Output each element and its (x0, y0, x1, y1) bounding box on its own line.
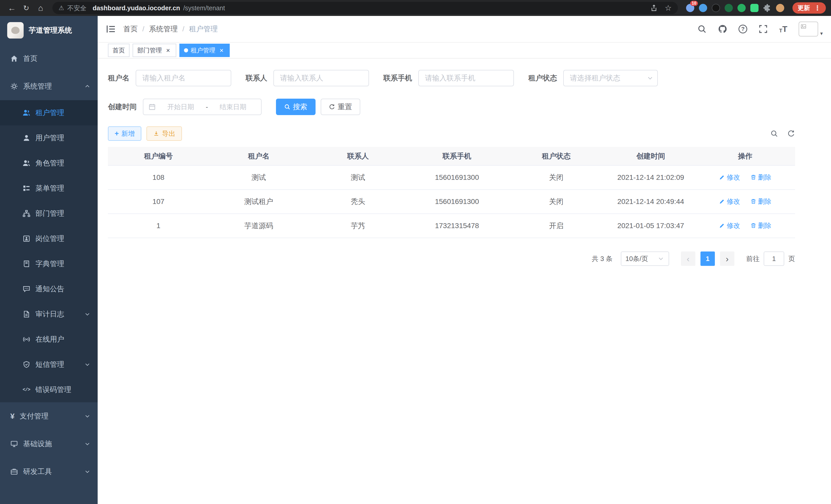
profile-avatar-icon[interactable] (776, 4, 784, 12)
security-label[interactable]: 不安全 (67, 4, 87, 12)
export-button[interactable]: 导出 (146, 126, 182, 141)
sidebar-item-audit-log[interactable]: 审计日志 (0, 302, 98, 327)
search-icon (284, 104, 290, 110)
cell-created: 2021-12-14 21:02:09 (606, 166, 695, 189)
extension-badge: 10 (690, 1, 698, 6)
tags-view: 首页 部门管理 × 租户管理 × (98, 42, 831, 59)
font-size-icon[interactable]: TT (779, 25, 787, 33)
address-bar[interactable]: ⚠ 不安全 dashboard.yudao.iocoder.cn /system… (52, 2, 678, 14)
tab-close-icon[interactable]: × (165, 47, 172, 54)
pencil-icon (719, 223, 725, 229)
table-tools (770, 130, 795, 138)
user-avatar-menu[interactable]: ▾ (799, 22, 823, 36)
sidebar-item-system[interactable]: 系统管理 (0, 72, 98, 100)
delete-button[interactable]: 删除 (750, 197, 771, 206)
edit-button[interactable]: 修改 (719, 173, 740, 182)
chat-dots-icon (23, 285, 30, 293)
edit-button[interactable]: 修改 (719, 221, 740, 230)
sidebar-item-dept[interactable]: 部门管理 (0, 201, 98, 226)
tab-tenant[interactable]: 租户管理 × (179, 44, 230, 57)
sidebar-item-role[interactable]: 角色管理 (0, 151, 98, 176)
sidebar-item-notice[interactable]: 通知公告 (0, 276, 98, 302)
sidebar-collapse-icon[interactable] (106, 24, 116, 34)
cell-phone: 17321315478 (407, 214, 507, 238)
col-created: 创建时间 (606, 147, 695, 166)
share-icon[interactable] (650, 4, 658, 11)
browser-update-button[interactable]: 更新 ⋮ (793, 2, 826, 13)
extension-icon-1[interactable]: 10 (686, 4, 694, 12)
tab-dept[interactable]: 部门管理 × (133, 44, 176, 57)
sidebar-item-sms[interactable]: 短信管理 (0, 352, 98, 377)
tab-close-icon[interactable]: × (218, 47, 225, 54)
edit-label: 修改 (727, 221, 740, 230)
sidebar-item-label: 系统管理 (23, 82, 52, 91)
fullscreen-icon[interactable] (758, 24, 768, 34)
sidebar-item-label: 支付管理 (20, 411, 49, 421)
create-time-range-picker[interactable]: 开始日期 - 结束日期 (143, 99, 262, 115)
next-page-button[interactable]: › (720, 251, 735, 266)
help-icon[interactable]: ? (739, 25, 747, 33)
extension-icon-4[interactable] (725, 4, 733, 12)
sidebar-item-payment[interactable]: ¥ 支付管理 (0, 402, 98, 430)
jump-prefix: 前往 (746, 254, 760, 263)
sidebar-item-dev-tools[interactable]: 研发工具 (0, 458, 98, 485)
sidebar-item-online-users[interactable]: 在线用户 (0, 327, 98, 352)
extension-icon-5[interactable] (738, 4, 746, 12)
tenant-status-select[interactable] (563, 70, 658, 86)
app-title: 芋道管理系统 (29, 25, 72, 35)
reset-button[interactable]: 重置 (321, 99, 360, 115)
sidebar-item-menu[interactable]: 菜单管理 (0, 176, 98, 201)
prev-page-button[interactable]: ‹ (681, 251, 695, 266)
extension-icon-6[interactable] (750, 4, 758, 12)
browser-back-button[interactable]: ← (5, 1, 19, 14)
cell-actions: 修改 删除 (695, 214, 795, 238)
sidebar-item-tenant[interactable]: 租户管理 (0, 100, 98, 125)
filter-row-2: 创建时间 开始日期 - 结束日期 搜索 重置 (108, 99, 795, 115)
search-button[interactable]: 搜索 (276, 99, 316, 115)
github-icon[interactable] (718, 24, 727, 34)
sidebar-item-infra[interactable]: 基础设施 (0, 430, 98, 458)
app-logo[interactable]: 芋道管理系统 (0, 16, 98, 45)
extension-icon-2[interactable] (699, 4, 707, 12)
delete-button[interactable]: 删除 (750, 173, 771, 182)
field-label: 联系手机 (383, 73, 412, 83)
breadcrumb-separator: / (142, 25, 144, 33)
sidebar-item-home[interactable]: 首页 (0, 45, 98, 72)
filter-contact: 联系人 (246, 70, 369, 86)
extension-icon-3[interactable] (712, 4, 720, 12)
sidebar-item-error-code[interactable]: </> 错误码管理 (0, 377, 98, 402)
phone-input[interactable] (418, 70, 514, 86)
trash-icon (750, 198, 756, 205)
edit-label: 修改 (727, 197, 740, 206)
browser-menu-icon[interactable]: ⋮ (814, 5, 821, 11)
bookmark-star-icon[interactable]: ☆ (665, 4, 672, 12)
delete-button[interactable]: 删除 (750, 221, 771, 230)
edit-button[interactable]: 修改 (719, 197, 740, 206)
cell-status: 关闭 (507, 189, 606, 214)
contact-input[interactable] (274, 70, 369, 86)
page-size-value: 10条/页 (625, 254, 648, 263)
page-size-select[interactable]: 10条/页 (621, 251, 669, 266)
breadcrumb-system[interactable]: 系统管理 (149, 24, 178, 34)
page-jump-input[interactable] (764, 251, 784, 266)
browser-reload-button[interactable]: ↻ (20, 1, 33, 14)
cell-created: 2021-01-05 17:03:47 (606, 214, 695, 238)
tenant-name-input[interactable] (136, 70, 231, 86)
caret-down-icon: ▾ (820, 31, 823, 36)
add-button[interactable]: + 新增 (108, 126, 141, 141)
font-size-small: T (779, 28, 782, 33)
browser-home-button[interactable]: ⌂ (34, 1, 47, 14)
extensions-puzzle-icon[interactable] (763, 4, 771, 12)
sidebar-item-post[interactable]: 岗位管理 (0, 226, 98, 251)
refresh-icon[interactable] (787, 130, 795, 138)
breadcrumb-home[interactable]: 首页 (123, 24, 138, 34)
hide-search-icon[interactable] (770, 130, 778, 138)
calendar-icon (148, 103, 156, 111)
tenant-status-input[interactable] (563, 70, 658, 86)
search-label: 搜索 (293, 102, 307, 112)
page-1-button[interactable]: 1 (700, 251, 715, 266)
sidebar-item-user[interactable]: 用户管理 (0, 125, 98, 151)
sidebar-item-dict[interactable]: 字典管理 (0, 251, 98, 276)
tab-home[interactable]: 首页 (108, 44, 130, 57)
search-icon[interactable] (697, 24, 707, 34)
